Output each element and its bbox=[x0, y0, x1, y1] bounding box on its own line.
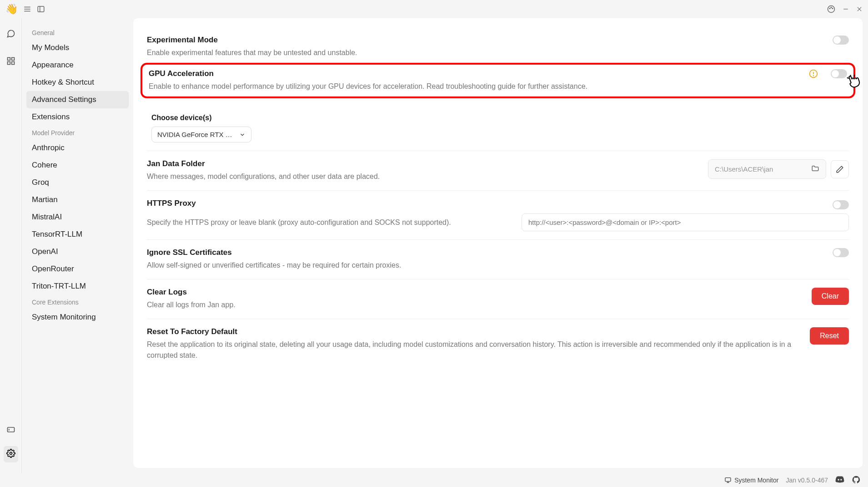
system-monitor-link[interactable]: System Monitor bbox=[724, 477, 778, 484]
svg-rect-3 bbox=[38, 6, 44, 12]
logs-title: Clear Logs bbox=[147, 288, 804, 297]
sidebar-item-hotkey[interactable]: Hotkey & Shortcut bbox=[26, 74, 129, 91]
experimental-title: Experimental Mode bbox=[147, 36, 825, 45]
minimize-icon[interactable] bbox=[843, 6, 849, 12]
svg-point-7 bbox=[831, 7, 832, 8]
gpu-acceleration-highlight: GPU Acceleration Enable to enhance model… bbox=[140, 63, 855, 98]
ssl-toggle[interactable] bbox=[833, 248, 849, 257]
settings-icon[interactable] bbox=[4, 446, 18, 462]
discord-icon[interactable] bbox=[835, 475, 844, 486]
sidebar-item-cohere[interactable]: Cohere bbox=[26, 157, 129, 174]
hub-icon[interactable] bbox=[4, 54, 18, 70]
proxy-desc: Specify the HTTPS proxy or leave blank (… bbox=[147, 217, 512, 228]
experimental-toggle[interactable] bbox=[833, 36, 849, 45]
sidebar-item-mistralai[interactable]: MistralAI bbox=[26, 208, 129, 226]
proxy-input[interactable] bbox=[522, 213, 849, 231]
sidebar-item-extensions[interactable]: Extensions bbox=[26, 108, 129, 126]
settings-sidebar: General My Models Appearance Hotkey & Sh… bbox=[22, 18, 133, 473]
ssl-title: Ignore SSL Certificates bbox=[147, 248, 825, 257]
sidebar-item-appearance[interactable]: Appearance bbox=[26, 56, 129, 74]
choose-device-label: Choose device(s) bbox=[151, 114, 849, 122]
svg-point-6 bbox=[829, 8, 830, 9]
folder-icon[interactable] bbox=[811, 164, 819, 174]
svg-point-21 bbox=[813, 76, 814, 76]
sidebar-item-openrouter[interactable]: OpenRouter bbox=[26, 260, 129, 278]
palette-icon[interactable] bbox=[827, 5, 835, 13]
edit-path-button[interactable] bbox=[831, 160, 849, 178]
app-logo: 👋 bbox=[5, 3, 18, 15]
reset-button[interactable]: Reset bbox=[810, 327, 849, 345]
sidebar-item-my-models[interactable]: My Models bbox=[26, 39, 129, 56]
sidebar-item-openai[interactable]: OpenAI bbox=[26, 243, 129, 260]
sidebar-item-triton-trt-llm[interactable]: Triton-TRT-LLM bbox=[26, 278, 129, 295]
svg-point-18 bbox=[10, 452, 12, 455]
gpu-desc: Enable to enhance model performance by u… bbox=[149, 81, 802, 92]
svg-rect-22 bbox=[725, 478, 731, 482]
gpu-toggle[interactable] bbox=[831, 69, 847, 78]
reset-desc: Reset the application to its original st… bbox=[147, 339, 803, 361]
sidebar-item-tensorrt-llm[interactable]: TensorRT-LLM bbox=[26, 226, 129, 243]
sidebar-item-martian[interactable]: Martian bbox=[26, 191, 129, 208]
svg-rect-14 bbox=[7, 62, 10, 65]
experimental-desc: Enable experimental features that may be… bbox=[147, 47, 825, 58]
chevron-down-icon bbox=[239, 132, 246, 138]
sidebar-item-groq[interactable]: Groq bbox=[26, 174, 129, 191]
clear-logs-button[interactable]: Clear bbox=[812, 288, 849, 305]
datafolder-desc: Where messages, model configurations, an… bbox=[147, 171, 699, 182]
proxy-toggle[interactable] bbox=[833, 200, 849, 209]
logs-desc: Clear all logs from Jan app. bbox=[147, 299, 804, 310]
gpu-title: GPU Acceleration bbox=[149, 69, 802, 78]
panel-toggle-icon[interactable] bbox=[37, 5, 45, 13]
close-icon[interactable] bbox=[856, 6, 863, 12]
local-server-icon[interactable] bbox=[4, 422, 18, 439]
sidebar-section-general: General bbox=[26, 25, 129, 39]
svg-rect-12 bbox=[7, 58, 10, 61]
svg-rect-15 bbox=[11, 62, 14, 65]
settings-content: Experimental Mode Enable experimental fe… bbox=[133, 18, 863, 468]
svg-point-8 bbox=[832, 8, 833, 9]
gpu-device-selected: NVIDIA GeForce RTX 3050 bbox=[157, 131, 236, 138]
warning-icon bbox=[809, 69, 818, 80]
datafolder-path: C:\Users\ACER\jan bbox=[715, 165, 807, 173]
gpu-device-dropdown[interactable]: NVIDIA GeForce RTX 3050 bbox=[151, 127, 251, 142]
sidebar-item-system-monitoring[interactable]: System Monitoring bbox=[26, 309, 129, 326]
sidebar-item-anthropic[interactable]: Anthropic bbox=[26, 139, 129, 157]
sidebar-section-model-provider: Model Provider bbox=[26, 126, 129, 139]
ssl-desc: Allow self-signed or unverified certific… bbox=[147, 260, 825, 271]
version-label: Jan v0.5.0-467 bbox=[786, 477, 828, 484]
github-icon[interactable] bbox=[852, 475, 861, 486]
chat-icon[interactable] bbox=[4, 26, 18, 43]
system-monitor-label: System Monitor bbox=[734, 477, 778, 484]
svg-rect-16 bbox=[7, 427, 14, 432]
reset-title: Reset To Factory Default bbox=[147, 327, 803, 336]
svg-rect-13 bbox=[11, 58, 14, 61]
menu-icon[interactable] bbox=[23, 5, 31, 13]
datafolder-title: Jan Data Folder bbox=[147, 159, 699, 168]
proxy-title: HTTPS Proxy bbox=[147, 199, 196, 208]
sidebar-section-core-ext: Core Extensions bbox=[26, 295, 129, 309]
sidebar-item-advanced-settings[interactable]: Advanced Settings bbox=[26, 91, 129, 108]
